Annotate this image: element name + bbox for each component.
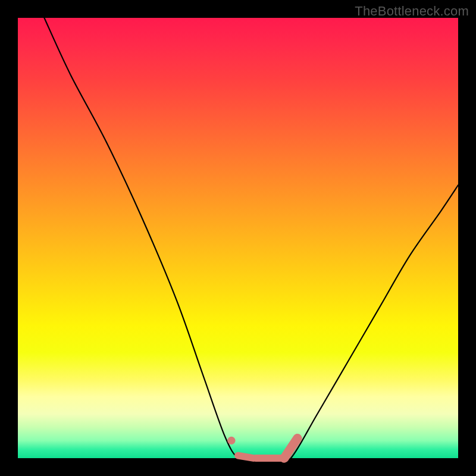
segment-right <box>284 439 298 458</box>
chart-frame: TheBottleneck.com <box>0 0 476 476</box>
markers-group <box>227 437 298 458</box>
segment-left <box>238 456 253 458</box>
series-group <box>44 18 458 461</box>
plot-area <box>18 18 458 458</box>
watermark-text: TheBottleneck.com <box>355 4 469 19</box>
dot-left-edge <box>227 437 235 444</box>
curve-layer <box>18 18 458 458</box>
bottleneck-curve <box>44 18 458 461</box>
